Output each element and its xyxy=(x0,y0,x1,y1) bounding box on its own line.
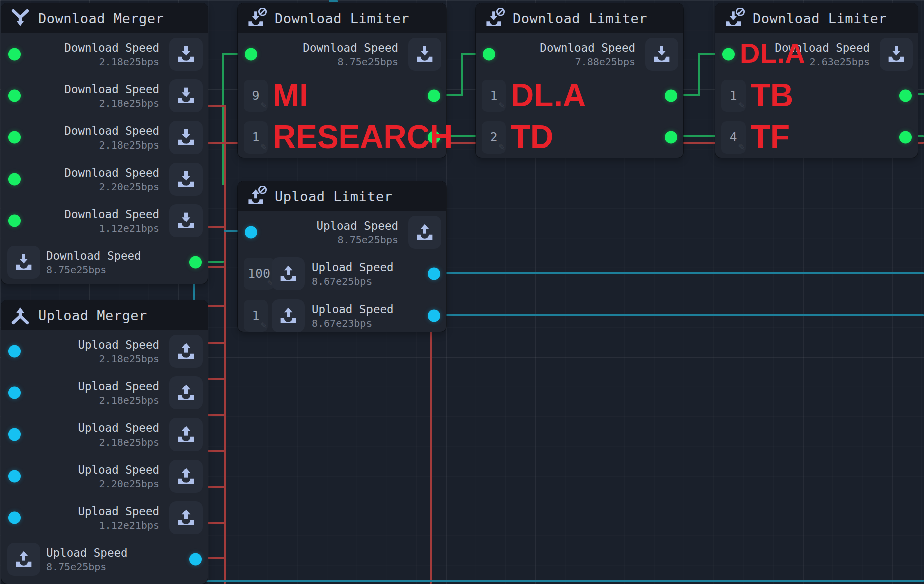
download-button[interactable] xyxy=(7,246,40,279)
panel-rows: Download Speed8.75e25bps9MI1RESEARCH xyxy=(238,33,446,158)
upload-button[interactable] xyxy=(169,501,203,534)
row-value: 1.12e21bps xyxy=(99,222,159,234)
red-annotation: RESEARCH xyxy=(273,120,453,153)
node-graph-canvas[interactable]: Download Merger Download Speed2.18e25bps… xyxy=(0,0,924,584)
download-limit-icon xyxy=(246,7,268,29)
green-wire xyxy=(461,53,463,96)
output-port[interactable] xyxy=(428,309,440,322)
row-text: Download Speed2.18e25bps xyxy=(64,82,159,109)
row-label: Upload Speed xyxy=(78,379,159,392)
upload-button[interactable] xyxy=(272,257,305,290)
download-button[interactable] xyxy=(645,38,678,71)
input-port[interactable] xyxy=(8,214,21,227)
limit-count-badge[interactable]: 4 xyxy=(721,121,746,154)
input-port[interactable] xyxy=(8,89,21,102)
limit-count-badge[interactable]: 9 xyxy=(244,80,268,112)
input-port[interactable] xyxy=(8,173,21,185)
limit-count-badge[interactable]: 100 xyxy=(244,258,274,290)
panel-header[interactable]: Download Limiter xyxy=(715,3,918,33)
output-port[interactable] xyxy=(899,89,912,102)
teal-wire xyxy=(434,272,924,274)
node-panel-download-limiter-3[interactable]: Download Limiter Download Speed2.63e25bp… xyxy=(715,3,918,158)
row-text: Upload Speed8.75e25bps xyxy=(46,546,128,572)
download-button[interactable] xyxy=(169,79,203,112)
input-port[interactable] xyxy=(722,48,735,60)
panel-header[interactable]: Download Limiter xyxy=(238,3,446,33)
output-port[interactable] xyxy=(189,256,202,268)
panel-header[interactable]: Upload Merger xyxy=(1,300,208,330)
input-port[interactable] xyxy=(8,511,21,524)
row-text: Download Speed2.18e25bps xyxy=(64,124,159,151)
red-wire xyxy=(208,522,226,524)
input-port[interactable] xyxy=(245,48,257,60)
upload-button[interactable] xyxy=(408,216,441,249)
limit-count-badge[interactable]: 1 xyxy=(244,300,268,332)
row-text: Upload Speed2.18e25bps xyxy=(78,379,159,406)
upload-button[interactable] xyxy=(169,418,203,451)
teal-wire xyxy=(329,0,338,2)
upload-button[interactable] xyxy=(169,335,203,368)
panel-title: Download Limiter xyxy=(513,11,647,26)
upload-button[interactable] xyxy=(169,460,203,493)
row-text: Upload Speed8.67e23bps xyxy=(312,302,394,329)
red-wire xyxy=(208,105,226,107)
download-button[interactable] xyxy=(880,38,913,71)
output-port[interactable] xyxy=(899,131,912,143)
row-value: 7.88e25bps xyxy=(575,55,635,67)
row-input-download-speed: Download Speed7.88e25bps xyxy=(476,33,683,75)
upload-button[interactable] xyxy=(7,543,40,576)
panel-rows: Download Speed2.18e25bpsDownload Speed2.… xyxy=(1,33,208,284)
row-label: Upload Speed xyxy=(78,421,159,434)
row-label: Download Speed xyxy=(64,124,159,137)
upload-button[interactable] xyxy=(272,299,305,332)
input-port[interactable] xyxy=(8,48,21,60)
row-limit: 1RESEARCH xyxy=(238,116,446,158)
input-port[interactable] xyxy=(8,470,21,482)
red-wire xyxy=(224,105,226,584)
upload-limit-icon xyxy=(246,185,268,207)
row-text: Download Speed2.20e25bps xyxy=(64,166,159,192)
download-button[interactable] xyxy=(408,38,441,71)
row-value: 8.75e25bps xyxy=(46,560,128,572)
limit-count-badge[interactable]: 1 xyxy=(721,80,746,112)
input-port[interactable] xyxy=(483,48,495,60)
output-port[interactable] xyxy=(665,89,677,102)
red-annotation: DL.A xyxy=(511,79,586,111)
row-value: 2.20e25bps xyxy=(99,477,159,489)
limit-count-badge[interactable]: 2 xyxy=(482,121,506,154)
node-panel-download-merger[interactable]: Download Merger Download Speed2.18e25bps… xyxy=(1,3,208,284)
panel-header[interactable]: Download Merger xyxy=(1,3,208,33)
row-input-upload-speed: Upload Speed2.18e25bps xyxy=(1,413,208,455)
node-panel-upload-merger[interactable]: Upload Merger Upload Speed2.18e25bpsUplo… xyxy=(1,300,208,584)
output-port[interactable] xyxy=(428,267,440,280)
download-button[interactable] xyxy=(169,204,203,237)
row-limit: 4TF xyxy=(715,116,918,158)
download-button[interactable] xyxy=(169,38,203,71)
panel-title: Download Limiter xyxy=(275,11,409,26)
input-port[interactable] xyxy=(8,345,21,357)
limit-count-badge[interactable]: 1 xyxy=(244,121,268,154)
input-port[interactable] xyxy=(8,428,21,441)
row-limit: 2TD xyxy=(476,116,683,158)
upload-button[interactable] xyxy=(169,376,203,409)
download-button[interactable] xyxy=(169,121,203,154)
node-panel-download-limiter-1[interactable]: Download Limiter Download Speed8.75e25bp… xyxy=(238,3,446,158)
input-port[interactable] xyxy=(8,131,21,143)
green-wire xyxy=(208,261,224,263)
output-port[interactable] xyxy=(428,89,440,102)
row-input-download-speed: Download Speed2.18e25bps xyxy=(1,33,208,75)
row-label: Download Speed xyxy=(64,41,159,54)
download-button[interactable] xyxy=(169,163,203,196)
row-value: 2.18e25bps xyxy=(99,97,159,109)
limit-count-badge[interactable]: 1 xyxy=(482,80,506,112)
panel-title: Upload Merger xyxy=(38,308,147,323)
node-panel-download-limiter-2[interactable]: Download Limiter Download Speed7.88e25bp… xyxy=(476,3,683,158)
node-panel-upload-limiter[interactable]: Upload Limiter Upload Speed8.75e25bps100… xyxy=(238,181,446,332)
output-port[interactable] xyxy=(189,553,202,565)
input-port[interactable] xyxy=(8,386,21,399)
panel-header[interactable]: Download Limiter xyxy=(476,3,683,33)
teal-wire xyxy=(434,314,924,316)
output-port[interactable] xyxy=(665,131,677,143)
input-port[interactable] xyxy=(245,226,257,238)
panel-header[interactable]: Upload Limiter xyxy=(238,181,446,211)
